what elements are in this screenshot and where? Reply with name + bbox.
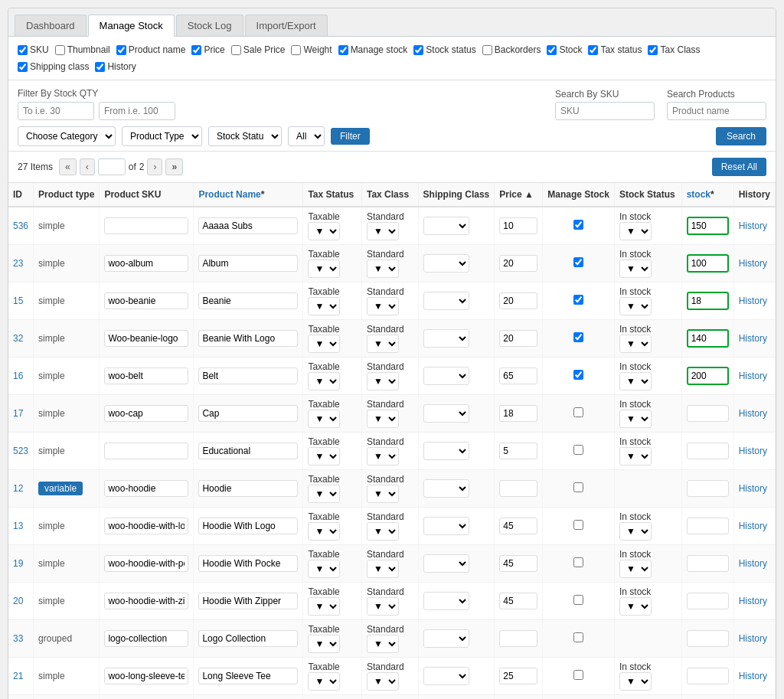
manage-stock-checkbox[interactable]: [573, 557, 583, 567]
cell-tax-status[interactable]: Taxable ▼: [303, 358, 362, 395]
cell-shipping-class[interactable]: [418, 433, 495, 470]
product-id-link[interactable]: 32: [13, 333, 23, 344]
cell-price[interactable]: [495, 470, 543, 508]
manage-stock-checkbox[interactable]: [573, 632, 583, 642]
cell-stock[interactable]: [681, 320, 733, 358]
stock-input[interactable]: [687, 593, 729, 609]
cell-sku[interactable]: [100, 508, 194, 545]
cell-name[interactable]: [194, 358, 303, 395]
shipping-class-select[interactable]: [423, 592, 469, 610]
name-input[interactable]: [198, 405, 298, 422]
cell-stock-status[interactable]: In stock ▼: [614, 320, 681, 358]
sku-input[interactable]: [104, 217, 188, 234]
cell-name[interactable]: [194, 470, 303, 508]
shipping-class-select[interactable]: [423, 254, 469, 273]
cell-name[interactable]: [194, 583, 303, 620]
history-link[interactable]: History: [739, 333, 767, 344]
cell-shipping-class[interactable]: [418, 207, 495, 245]
product-id-link[interactable]: 20: [13, 596, 23, 606]
page-prev-button[interactable]: ‹: [80, 158, 95, 175]
toggle-product-name[interactable]: Product name: [116, 44, 186, 55]
shipping-class-select[interactable]: [423, 329, 469, 348]
cell-sku[interactable]: [100, 283, 194, 320]
manage-stock-checkbox[interactable]: [573, 257, 583, 267]
cell-stock[interactable]: [681, 583, 733, 620]
cell-tax-status[interactable]: Taxable ▼: [303, 470, 362, 508]
stock-status-select[interactable]: ▼: [619, 447, 652, 465]
tax-status-select[interactable]: ▼: [308, 297, 340, 315]
toggle-price[interactable]: Price: [191, 44, 224, 55]
cell-stock[interactable]: [681, 395, 733, 433]
tax-class-select[interactable]: ▼: [367, 672, 399, 691]
reset-all-button[interactable]: Reset All: [712, 158, 766, 176]
cell-tax-status[interactable]: Taxable ▼: [303, 395, 362, 433]
cell-name[interactable]: [194, 545, 303, 583]
cell-shipping-class[interactable]: [418, 320, 495, 358]
cell-manage-stock[interactable]: [543, 695, 615, 700]
tax-class-select[interactable]: ▼: [367, 372, 399, 390]
cell-tax-class[interactable]: Standard ▼: [361, 207, 418, 245]
stock-status-select[interactable]: ▼: [619, 222, 652, 240]
tax-class-select[interactable]: ▼: [367, 635, 399, 653]
stock-status-select[interactable]: ▼: [619, 410, 652, 428]
cell-tax-class[interactable]: Standard ▼: [361, 545, 418, 583]
cell-tax-status[interactable]: Taxable ▼: [303, 433, 362, 470]
price-input[interactable]: [499, 217, 537, 234]
cell-name[interactable]: [194, 658, 303, 695]
tax-class-select[interactable]: ▼: [367, 222, 399, 240]
cell-name[interactable]: [194, 433, 303, 470]
cell-stock[interactable]: [681, 358, 733, 395]
product-type-select[interactable]: Product Type: [122, 126, 202, 146]
name-input[interactable]: [198, 217, 298, 234]
cell-manage-stock[interactable]: [543, 283, 615, 320]
cell-tax-class[interactable]: Standard ▼: [361, 508, 418, 545]
stock-input[interactable]: [687, 329, 729, 348]
cell-tax-class[interactable]: Standard ▼: [361, 283, 418, 320]
cell-price[interactable]: [495, 320, 543, 358]
cell-stock[interactable]: [681, 508, 733, 545]
cell-tax-class[interactable]: Standard ▼: [361, 620, 418, 658]
price-input[interactable]: [499, 255, 537, 272]
product-id-link[interactable]: 21: [13, 671, 23, 681]
cell-tax-class[interactable]: Standard ▼: [361, 433, 418, 470]
cell-name[interactable]: [194, 395, 303, 433]
cell-sku[interactable]: [100, 470, 194, 508]
sku-input[interactable]: [104, 292, 188, 309]
tax-status-select[interactable]: ▼: [308, 635, 340, 653]
cell-sku[interactable]: [100, 433, 194, 470]
toggle-stock[interactable]: Stock: [547, 44, 582, 55]
stock-input[interactable]: [687, 518, 729, 534]
tax-class-select[interactable]: ▼: [367, 410, 399, 428]
sku-input[interactable]: [104, 367, 188, 384]
price-input[interactable]: [499, 292, 537, 309]
filter-from-input[interactable]: [18, 102, 94, 120]
tax-status-select[interactable]: ▼: [308, 672, 340, 691]
cell-sku[interactable]: [100, 207, 194, 245]
price-input[interactable]: [499, 518, 537, 534]
cell-manage-stock[interactable]: [543, 358, 615, 395]
manage-stock-checkbox[interactable]: [573, 445, 583, 455]
stock-status-select[interactable]: ▼: [619, 560, 652, 578]
toggle-shipping-class[interactable]: Shipping class: [18, 61, 89, 72]
cell-shipping-class[interactable]: [418, 470, 495, 508]
tax-status-select[interactable]: ▼: [308, 335, 340, 353]
price-input[interactable]: [499, 330, 537, 347]
tax-status-select[interactable]: ▼: [308, 560, 340, 578]
history-link[interactable]: History: [739, 296, 767, 306]
cell-stock[interactable]: [681, 470, 733, 508]
cell-shipping-class[interactable]: [418, 283, 495, 320]
cell-sku[interactable]: [100, 695, 194, 700]
stock-status-select[interactable]: ▼: [619, 335, 652, 353]
all-select[interactable]: All: [288, 126, 325, 146]
shipping-class-select[interactable]: [423, 517, 469, 535]
cell-name[interactable]: [194, 620, 303, 658]
toggle-tax-status[interactable]: Tax status: [588, 44, 642, 55]
cell-tax-class[interactable]: Standard ▼: [361, 583, 418, 620]
cell-stock-status[interactable]: In stock ▼: [614, 245, 681, 283]
page-number-input[interactable]: 1: [98, 158, 126, 175]
stock-status-select[interactable]: ▼: [619, 597, 652, 616]
tax-class-select[interactable]: ▼: [367, 485, 399, 503]
cell-stock[interactable]: [681, 658, 733, 695]
tax-status-select[interactable]: ▼: [308, 260, 340, 278]
stock-input[interactable]: [687, 555, 729, 572]
